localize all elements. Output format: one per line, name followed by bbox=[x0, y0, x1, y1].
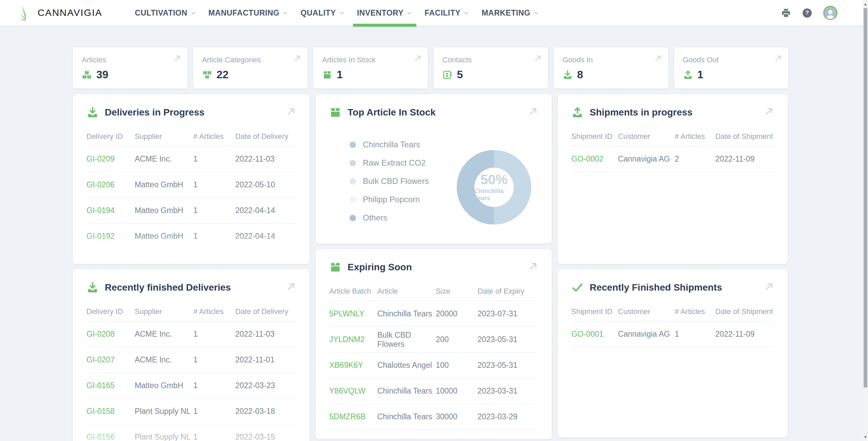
top-article-chart: Chinchilla Tears Raw Extract CO2 Bulk CB… bbox=[329, 135, 538, 237]
external-link-icon[interactable] bbox=[763, 106, 774, 117]
scroll-up-arrow-icon[interactable]: ▲ bbox=[863, 1, 868, 7]
article-batch-link[interactable]: JYLDNM2 bbox=[329, 335, 377, 344]
column-header: Delivery ID bbox=[86, 132, 135, 141]
external-link-icon[interactable] bbox=[173, 54, 181, 62]
column-header: Date of Shipment bbox=[715, 307, 774, 316]
legend-dot bbox=[350, 142, 356, 148]
article-batch-link[interactable]: XB69K6Y bbox=[329, 361, 377, 370]
stat-label: Goods In bbox=[563, 56, 659, 64]
donut-chart[interactable]: 50% Chinchilla Tears bbox=[457, 150, 531, 225]
stat-label: Contacts bbox=[442, 56, 539, 64]
legend-dot bbox=[350, 196, 356, 203]
article-batch-link[interactable]: 5PLWNLY bbox=[329, 309, 377, 318]
external-link-icon[interactable] bbox=[533, 54, 542, 62]
nav-item-cultivation[interactable]: CULTIVATION bbox=[129, 0, 202, 26]
table-row: GI-0158 Plant Supply NL 1 2022-03-18 bbox=[86, 399, 296, 424]
goods-in-icon bbox=[86, 281, 99, 294]
delivery-id-link[interactable]: GI-0208 bbox=[86, 330, 135, 339]
package-icon bbox=[329, 106, 341, 119]
user-avatar[interactable] bbox=[823, 6, 837, 20]
shipments-in-progress-table: Shipment ID Customer # Articles Date of … bbox=[571, 127, 774, 172]
goods-out-icon bbox=[571, 106, 584, 119]
external-link-icon[interactable] bbox=[293, 54, 301, 62]
shipment-id-link[interactable]: GO-0001 bbox=[571, 330, 618, 339]
table-row: JYLDNM2 Bulk CBD Flowers 200 2023-05-31 bbox=[329, 327, 538, 353]
delivery-id-link[interactable]: GI-0085 bbox=[86, 257, 135, 264]
help-icon[interactable]: ? bbox=[803, 8, 812, 18]
column-header: Shipment ID bbox=[571, 132, 618, 141]
external-link-icon[interactable] bbox=[285, 281, 296, 292]
check-icon bbox=[571, 281, 584, 294]
delivery-id-link[interactable]: GI-0192 bbox=[86, 232, 135, 241]
table-row: GI-0207 ACME Inc. 1 2022-11-01 bbox=[86, 347, 296, 373]
nav-item-inventory[interactable]: INVENTORY bbox=[351, 0, 418, 26]
stat-card-article-categories: Article Categories 22 bbox=[193, 47, 308, 88]
table-row: GO-0002 Cannavigia AG 2 2022-11-09 bbox=[571, 146, 774, 172]
nav-item-quality[interactable]: QUALITY bbox=[294, 0, 351, 26]
goods-in-icon bbox=[86, 106, 99, 119]
contact-card-icon bbox=[442, 70, 453, 80]
expiring-soon-table: Article Batch Article Size Date of Expir… bbox=[329, 281, 538, 430]
panel-shipments-in-progress: Shipments in progress Shipment ID Custom… bbox=[558, 94, 788, 264]
delivery-id-link[interactable]: GI-0156 bbox=[86, 433, 135, 441]
external-link-icon[interactable] bbox=[773, 54, 782, 62]
article-batch-link[interactable]: Y86VQLW bbox=[329, 386, 377, 396]
table-row: GI-0209 ACME Inc. 1 2022-11-03 bbox=[86, 146, 296, 172]
panel-title: Expiring Soon bbox=[348, 262, 412, 273]
delivery-id-link[interactable]: GI-0165 bbox=[86, 381, 135, 390]
legend-item[interactable]: Chinchilla Tears bbox=[350, 135, 538, 154]
column-header: Delivery ID bbox=[86, 307, 135, 316]
panel-title: Top Article In Stock bbox=[348, 107, 436, 118]
stat-value: 8 bbox=[577, 68, 583, 81]
main-nav: CULTIVATION MANUFACTURING QUALITY INVENT… bbox=[129, 0, 546, 26]
table-row: 5DMZR6B Chinchilla Tears 30000 2023-03-2… bbox=[329, 404, 538, 430]
shipment-id-link[interactable]: GO-0002 bbox=[571, 154, 618, 164]
external-link-icon[interactable] bbox=[527, 260, 538, 271]
recently-finished-deliveries-table: Delivery ID Supplier # Articles Date of … bbox=[86, 302, 296, 441]
nav-item-manufacturing[interactable]: MANUFACTURING bbox=[202, 0, 295, 26]
delivery-id-link[interactable]: GI-0207 bbox=[86, 355, 135, 364]
external-link-icon[interactable] bbox=[653, 54, 662, 62]
stats-row: Articles 39 Article Categories bbox=[73, 47, 788, 88]
categories-boxes-icon bbox=[202, 70, 212, 80]
delivery-id-link[interactable]: GI-0194 bbox=[86, 206, 135, 215]
stat-card-goods-in: Goods In 8 bbox=[554, 47, 668, 88]
recently-finished-shipments-table: Shipment ID Customer # Articles Date of … bbox=[571, 302, 774, 347]
printer-icon[interactable] bbox=[781, 8, 791, 18]
column-header: Customer bbox=[618, 307, 675, 316]
column-header: Size bbox=[436, 287, 477, 296]
column-header: Shipment ID bbox=[571, 307, 618, 316]
table-row: GI-0208 ACME Inc. 1 2022-11-03 bbox=[86, 321, 296, 347]
legend-dot bbox=[350, 160, 356, 166]
article-batch-link[interactable]: 5DMZR6B bbox=[329, 412, 377, 421]
goods-out-icon bbox=[683, 70, 693, 80]
table-row: GI-0085 Plant Supply NL 1 2022-02-04 bbox=[86, 249, 296, 264]
panel-title: Recently Finished Shipments bbox=[590, 282, 722, 293]
scroll-down-arrow-icon[interactable]: ▼ bbox=[863, 434, 868, 440]
external-link-icon[interactable] bbox=[285, 106, 296, 117]
stat-value: 5 bbox=[457, 68, 463, 81]
delivery-id-link[interactable]: GI-0209 bbox=[86, 154, 135, 164]
table-row: Y86VQLW Chinchilla Tears 10000 2023-03-3… bbox=[329, 378, 538, 404]
nav-item-facility[interactable]: FACILITY bbox=[418, 0, 475, 26]
delivery-id-link[interactable]: GI-0206 bbox=[86, 180, 135, 189]
panel-expiring-soon: Expiring Soon Article Batch Article Size… bbox=[316, 249, 552, 439]
brand-name: CANNAVIGIA bbox=[38, 7, 102, 18]
column-header: # Articles bbox=[675, 307, 715, 316]
chevron-down-icon bbox=[339, 10, 345, 16]
external-link-icon[interactable] bbox=[413, 54, 422, 62]
vertical-scrollbar[interactable]: ▲ ▼ bbox=[863, 0, 868, 441]
deliveries-in-progress-table: Delivery ID Supplier # Articles Date of … bbox=[86, 127, 296, 264]
header-actions: ? bbox=[781, 6, 854, 20]
scrollbar-thumb[interactable] bbox=[864, 8, 867, 387]
stat-card-articles: Articles 39 bbox=[73, 47, 188, 88]
column-header: Date of Delivery bbox=[235, 307, 296, 316]
brand-logo[interactable]: CANNAVIGIA bbox=[19, 4, 102, 22]
table-row: GO-0001 Cannavigia AG 1 2022-11-09 bbox=[571, 321, 774, 347]
stat-label: Article Categories bbox=[202, 56, 299, 64]
delivery-id-link[interactable]: GI-0158 bbox=[86, 407, 135, 416]
external-link-icon[interactable] bbox=[527, 106, 538, 117]
external-link-icon[interactable] bbox=[763, 281, 774, 292]
nav-item-marketing[interactable]: MARKETING bbox=[475, 0, 545, 26]
chevron-down-icon bbox=[407, 10, 412, 16]
